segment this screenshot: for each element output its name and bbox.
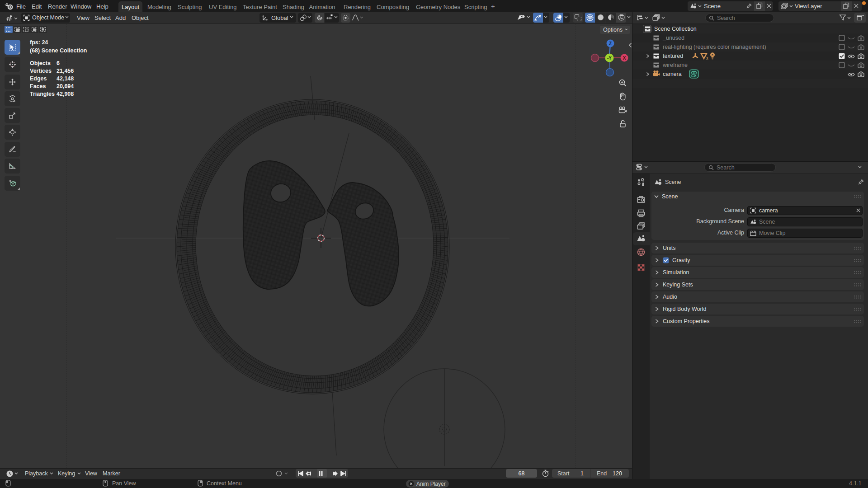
svg-text:Z: Z xyxy=(609,41,612,46)
svg-text:-Y: -Y xyxy=(607,56,612,61)
svg-text:X: X xyxy=(623,56,626,61)
svg-text:3: 3 xyxy=(706,56,708,60)
